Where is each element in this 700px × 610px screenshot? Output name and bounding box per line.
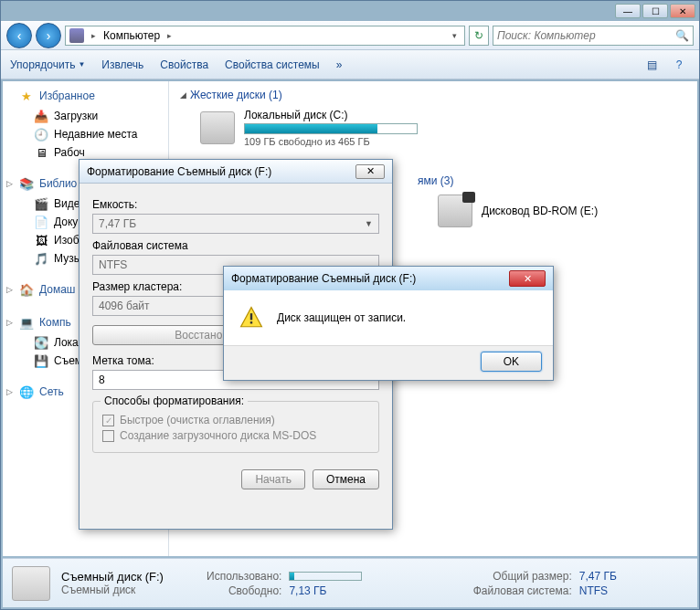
hdd-section-header[interactable]: ◢Жесткие диски (1) — [180, 89, 686, 101]
close-button[interactable]: ✕ — [670, 4, 695, 18]
details-fs-value: NTFS — [579, 584, 649, 597]
removable-disk-icon — [12, 566, 50, 601]
star-icon: ★ — [19, 89, 34, 103]
sidebar-item-recent[interactable]: 🕘Недавние места — [3, 125, 168, 143]
back-button[interactable]: ‹ — [6, 23, 32, 48]
message-box-close-button[interactable]: ✕ — [509, 270, 546, 287]
details-pane: Съемный диск (F:) Съемный диск Использов… — [3, 558, 697, 607]
details-used-key: Использовано: — [175, 570, 281, 583]
drive-usage-bar — [244, 123, 418, 134]
downloads-icon: 📥 — [34, 109, 48, 123]
toolbar-overflow[interactable]: » — [336, 58, 343, 71]
format-methods-group: Способы форматирования: ✓Быстрое (очистк… — [92, 401, 379, 453]
bd-rom-icon — [438, 195, 472, 227]
details-free-key: Свободно: — [175, 584, 281, 597]
quick-format-checkbox[interactable]: ✓Быстрое (очистка оглавления) — [102, 414, 369, 426]
recent-icon: 🕘 — [34, 127, 48, 142]
chevron-icon[interactable]: ▸ — [164, 31, 175, 40]
drive-free-text: 109 ГБ свободно из 465 ГБ — [244, 136, 418, 147]
forward-button[interactable]: › — [36, 23, 61, 48]
network-icon: 🌐 — [19, 384, 34, 399]
libraries-icon: 📚 — [19, 176, 34, 191]
view-mode-button[interactable]: ▤ — [641, 56, 663, 74]
toolbar: Упорядочить▼ Извлечь Свойства Свойства с… — [1, 50, 699, 79]
documents-icon: 📄 — [34, 215, 48, 229]
organize-menu[interactable]: Упорядочить▼ — [10, 58, 85, 71]
details-title: Съемный диск (F:) — [61, 570, 164, 584]
drive-icon: 💽 — [34, 335, 48, 350]
details-total-key: Общий размер: — [441, 570, 572, 583]
svg-rect-2 — [250, 321, 252, 323]
breadcrumb-computer[interactable]: Компьютер — [103, 29, 160, 42]
message-box-title: Форматирование Съемный диск (F:) — [231, 272, 416, 285]
format-methods-legend: Способы форматирования: — [101, 394, 248, 407]
system-properties-button[interactable]: Свойства системы — [225, 58, 320, 71]
drive-name: Локальный диск (C:) — [244, 109, 418, 121]
music-icon: 🎵 — [34, 251, 48, 266]
ok-button[interactable]: OK — [481, 352, 542, 372]
pictures-icon: 🖼 — [34, 233, 48, 247]
filesystem-label: Файловая система — [92, 239, 379, 252]
removable-section-suffix: ями (3) — [418, 174, 686, 187]
details-free-value: 7,13 ГБ — [289, 584, 394, 597]
details-subtitle: Съемный диск — [61, 584, 164, 596]
warning-icon — [239, 306, 264, 330]
search-box[interactable]: 🔍 — [493, 26, 694, 46]
sidebar-favorites[interactable]: ★Избранное — [3, 87, 168, 107]
checkbox-icon: ✓ — [102, 415, 114, 426]
message-box: Форматирование Съемный диск (F:) ✕ Диск … — [223, 266, 554, 381]
message-box-titlebar[interactable]: Форматирование Съемный диск (F:) ✕ — [224, 267, 553, 290]
video-icon: 🎬 — [34, 196, 48, 211]
capacity-label: Емкость: — [92, 198, 379, 211]
svg-rect-1 — [250, 313, 252, 320]
msdos-boot-checkbox[interactable]: Создание загрузочного диска MS-DOS — [102, 429, 369, 442]
drive-icon — [200, 111, 235, 144]
drive-bd-rom[interactable]: Дисковод BD-ROM (E:) — [418, 193, 686, 237]
address-bar[interactable]: ▸ Компьютер ▸ ▾ — [65, 26, 465, 46]
address-dropdown[interactable]: ▾ — [449, 31, 461, 40]
extract-button[interactable]: Извлечь — [101, 58, 143, 71]
refresh-button[interactable]: ↻ — [469, 26, 489, 46]
drive-c[interactable]: Локальный диск (C:) 109 ГБ свободно из 4… — [180, 107, 686, 156]
sidebar-item-downloads[interactable]: 📥Загрузки — [3, 107, 168, 125]
start-button[interactable]: Начать — [241, 469, 305, 489]
search-icon[interactable]: 🔍 — [675, 29, 689, 42]
homegroup-icon: 🏠 — [19, 282, 34, 297]
desktop-icon: 🖥 — [34, 145, 48, 160]
search-input[interactable] — [497, 29, 675, 42]
properties-button[interactable]: Свойства — [160, 58, 208, 71]
maximize-button[interactable]: ☐ — [642, 4, 668, 18]
details-fs-key: Файловая система: — [441, 584, 572, 597]
format-dialog-title: Форматирование Съемный диск (F:) — [87, 165, 271, 178]
message-box-text: Диск защищен от записи. — [277, 311, 406, 324]
capacity-select[interactable]: 7,47 ГБ▼ — [92, 214, 379, 234]
chevron-icon: ▸ — [88, 31, 100, 40]
help-button[interactable]: ? — [668, 56, 690, 74]
cancel-button[interactable]: Отмена — [313, 469, 379, 489]
window-titlebar: — ☐ ✕ — [1, 1, 699, 21]
nav-bar: ‹ › ▸ Компьютер ▸ ▾ ↻ 🔍 — [1, 21, 699, 50]
details-used-bar — [289, 570, 394, 583]
details-total-value: 7,47 ГБ — [579, 570, 649, 583]
format-dialog-titlebar[interactable]: Форматирование Съемный диск (F:) ✕ — [80, 160, 392, 184]
drive-name: Дисковод BD-ROM (E:) — [482, 205, 598, 217]
removable-icon: 💾 — [34, 353, 48, 368]
minimize-button[interactable]: — — [615, 4, 641, 18]
checkbox-icon — [102, 430, 114, 442]
format-dialog-close-button[interactable]: ✕ — [355, 164, 385, 179]
computer-icon: 💻 — [19, 315, 34, 330]
computer-icon — [69, 28, 84, 43]
